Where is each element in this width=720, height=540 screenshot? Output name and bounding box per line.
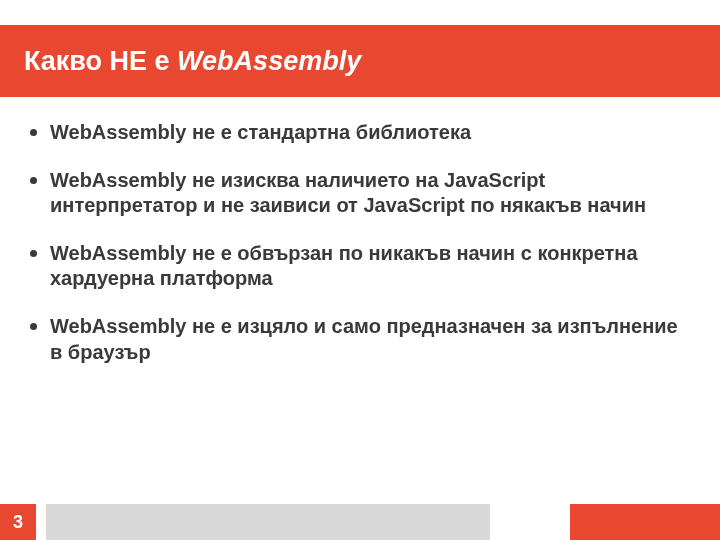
list-item: WebAssembly не е обвързан по никакъв нач… <box>24 241 686 292</box>
bullet-list: WebAssembly не е стандартна библиотека W… <box>24 120 686 365</box>
page-number: 3 <box>0 504 36 540</box>
footer-gap <box>490 504 570 540</box>
footer-bar-gray <box>46 504 490 540</box>
title-italic: WebAssembly <box>177 46 361 76</box>
slide-footer: 3 <box>0 504 720 540</box>
slide-title: Какво НЕ е WebAssembly <box>24 46 361 77</box>
list-item: WebAssembly не е изцяло и само предназна… <box>24 314 686 365</box>
footer-bar-red <box>570 504 720 540</box>
slide-content: WebAssembly не е стандартна библиотека W… <box>24 120 686 387</box>
title-prefix: Какво НЕ е <box>24 46 177 76</box>
slide-header: Какво НЕ е WebAssembly <box>0 25 720 97</box>
list-item: WebAssembly не изисква наличието на Java… <box>24 168 686 219</box>
list-item: WebAssembly не е стандартна библиотека <box>24 120 686 146</box>
